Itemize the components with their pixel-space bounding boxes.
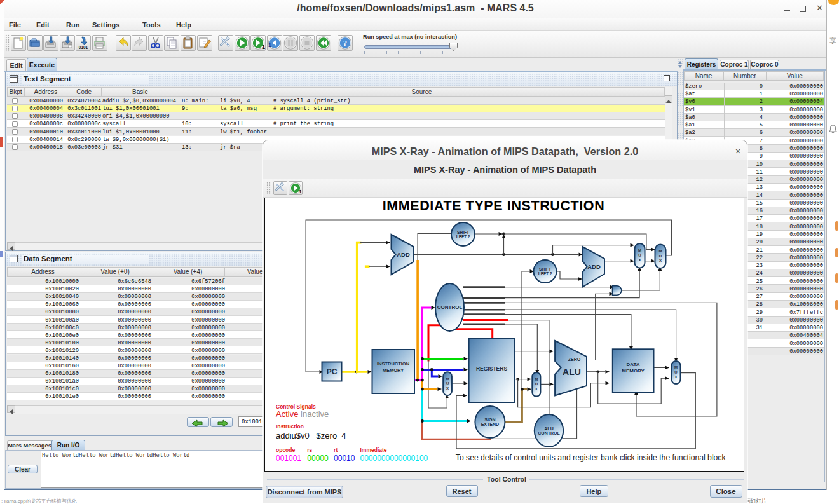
svg-text:X: X (446, 386, 449, 390)
svg-text:00010: 00010 (334, 454, 355, 463)
svg-text:addiu$v0 $zero 4: addiu$v0 $zero 4 (276, 431, 346, 440)
svg-text:To see details of control unit: To see details of control units and regi… (455, 453, 726, 462)
svg-text:Inactive: Inactive (300, 409, 329, 419)
svg-text:rs: rs (307, 447, 312, 453)
svg-text:U: U (535, 382, 537, 386)
svg-text:M: M (446, 377, 449, 381)
svg-text:CONTROL: CONTROL (437, 304, 462, 310)
svg-text:X: X (535, 387, 537, 391)
svg-text:0000000000000100: 0000000000000100 (360, 454, 428, 463)
svg-text:INSTRUCTION: INSTRUCTION (376, 361, 409, 367)
svg-text:U: U (674, 371, 677, 374)
svg-text:ADD: ADD (397, 251, 410, 258)
svg-text:ZERO: ZERO (568, 357, 580, 362)
svg-text:EXTEND: EXTEND (481, 422, 498, 426)
svg-text:Active: Active (276, 409, 298, 419)
svg-text:DATA: DATA (626, 362, 639, 367)
svg-text:REGISTERS: REGISTERS (475, 365, 507, 372)
svg-text:Immediate: Immediate (360, 447, 386, 453)
svg-text:MEMORY: MEMORY (622, 368, 645, 374)
svg-text:M: M (535, 378, 538, 381)
svg-text:0101: 0101 (79, 45, 88, 50)
svg-text:ALU: ALU (544, 426, 553, 431)
svg-text:SHIFT: SHIFT (457, 230, 469, 235)
svg-text:ALU: ALU (563, 367, 581, 377)
svg-text:U: U (638, 254, 641, 257)
svg-text:ADD: ADD (587, 263, 601, 270)
svg-text:M: M (658, 249, 662, 253)
svg-text:X: X (638, 258, 641, 262)
svg-text:Instruction: Instruction (276, 423, 304, 430)
svg-text:M: M (638, 249, 641, 252)
svg-text:LEFT 2: LEFT 2 (538, 271, 552, 276)
svg-text:rt: rt (334, 447, 338, 453)
svg-text:opcode: opcode (276, 447, 295, 453)
svg-text:001001: 001001 (276, 454, 301, 463)
svg-text:1: 1 (268, 42, 271, 48)
svg-text:M: M (674, 365, 678, 369)
svg-text:U: U (446, 381, 448, 385)
svg-text:PC: PC (326, 367, 337, 376)
svg-text:1: 1 (262, 44, 265, 50)
svg-text:LEFT 2: LEFT 2 (456, 235, 470, 239)
svg-text:X: X (658, 259, 661, 262)
svg-text:IMMEDIATE TYPE INSTRUCTION: IMMEDIATE TYPE INSTRUCTION (382, 198, 604, 214)
svg-text:SHIFT: SHIFT (539, 267, 551, 271)
svg-text:MEMORY: MEMORY (382, 367, 403, 373)
svg-text:00000: 00000 (307, 454, 329, 463)
svg-text:?: ? (343, 39, 347, 48)
svg-text:1: 1 (299, 189, 302, 194)
svg-text:CONTROL: CONTROL (538, 431, 560, 435)
svg-text:X: X (674, 375, 677, 379)
svg-text:U: U (658, 254, 661, 258)
svg-text:SIGN: SIGN (484, 418, 495, 422)
